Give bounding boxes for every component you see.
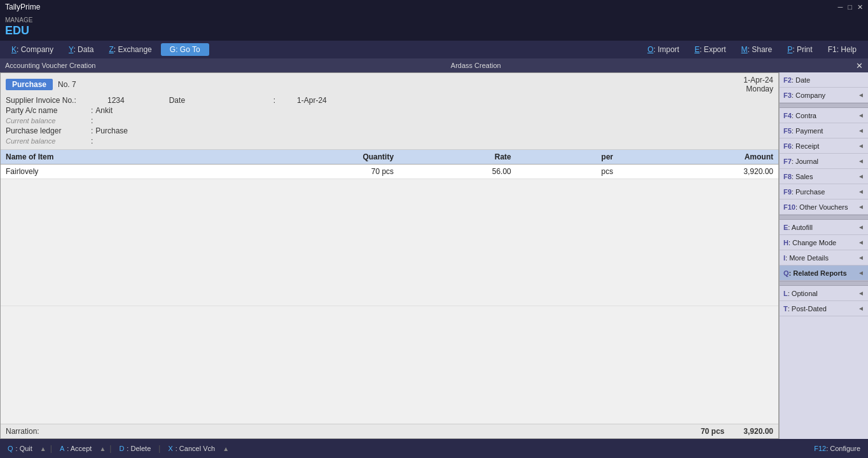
sub-header-title: Accounting Voucher Creation <box>5 62 95 69</box>
item-per: pcs <box>516 165 619 179</box>
sidebar-sep-3 <box>780 281 868 286</box>
narration-label: Narration: <box>6 427 57 436</box>
sidebar-btn-f8[interactable]: F8: Sales ◄ <box>780 169 868 184</box>
col-rate: Rate <box>399 150 516 165</box>
narration-total-qty: 70 pcs <box>701 427 724 436</box>
sidebar-btn-f4[interactable]: F4: Contra ◄ <box>780 108 868 123</box>
main-layout: Purchase No. 7 1-Apr-24 Monday Supplier … <box>0 72 868 439</box>
item-amount: 3,920.00 <box>618 165 778 179</box>
sidebar-btn-f7[interactable]: F7: Journal ◄ <box>780 154 868 169</box>
party-label: Party A/c name <box>6 106 88 115</box>
party-row: Party A/c name : Ankit <box>6 106 773 115</box>
sidebar-btn-f10[interactable]: F10: Other Vouchers ◄ <box>780 199 868 215</box>
sidebar-btn-f9[interactable]: F9: Purchase ◄ <box>780 184 868 199</box>
close-button[interactable]: ✕ <box>857 3 863 11</box>
col-per: per <box>516 150 619 165</box>
sub-header-close[interactable]: ✕ <box>856 61 863 71</box>
empty-row <box>1 179 778 306</box>
supplier-invoice-label: Supplier Invoice No.: <box>6 96 88 105</box>
right-sidebar: F2: Date F3: Company ◄ F4: Contra ◄ F5: … <box>779 72 868 439</box>
table-row[interactable]: Fairlovely 70 pcs 56.00 pcs 3,920.00 <box>1 165 778 179</box>
bottom-quit[interactable]: Q: Quit <box>3 443 38 454</box>
date-label: Date <box>169 96 252 105</box>
goto-button[interactable]: G: Go To <box>161 43 209 56</box>
sidebar-btn-related-reports[interactable]: Q: Related Reports ◄ <box>780 266 868 281</box>
narration-row: Narration: 70 pcs 3,920.00 <box>1 424 778 438</box>
voucher-no-label: No. <box>58 80 70 89</box>
sidebar-btn-moredetails[interactable]: I: More Details ◄ <box>780 250 868 266</box>
party-value[interactable]: Ankit <box>95 106 113 115</box>
col-quantity: Quantity <box>234 150 399 165</box>
supplier-row: Supplier Invoice No.: 1234 Date : 1-Apr-… <box>6 96 773 105</box>
current-balance-label: Current balance <box>6 117 88 125</box>
sidebar-btn-autofill[interactable]: E: Autofill ◄ <box>780 220 868 235</box>
bottom-bar: Q: Quit ▲ | A: Accept ▲ | D: Delete | X:… <box>0 439 868 458</box>
sidebar-sep-2 <box>780 215 868 220</box>
sub-header: Accounting Voucher Creation Ardass Creat… <box>0 58 868 72</box>
item-quantity: 70 pcs <box>234 165 399 179</box>
menu-import[interactable]: O: Import <box>641 44 685 55</box>
bottom-delete[interactable]: D: Delete <box>114 443 156 454</box>
col-amount: Amount <box>618 150 778 165</box>
content-area: Purchase No. 7 1-Apr-24 Monday Supplier … <box>0 72 779 439</box>
date-value[interactable]: 1-Apr-24 <box>297 96 327 105</box>
sidebar-btn-optional[interactable]: L: Optional ◄ <box>780 286 868 301</box>
scroll-1: ▲ <box>39 445 48 452</box>
voucher-title-row: Purchase No. 7 1-Apr-24 Monday <box>6 76 773 93</box>
col-name: Name of Item <box>1 150 234 165</box>
item-rate: 56.00 <box>399 165 516 179</box>
app-logo: MANAGE EDU <box>5 17 56 38</box>
narration-totals: 70 pcs 3,920.00 <box>701 427 773 436</box>
items-table-area: Name of Item Quantity Rate per Amount Fa… <box>1 150 778 424</box>
table-header-row: Name of Item Quantity Rate per Amount <box>1 150 778 165</box>
menu-company[interactable]: K: Company <box>5 44 60 55</box>
title-bar-left: TallyPrime <box>5 3 40 11</box>
menu-help[interactable]: F1: Help <box>822 44 863 55</box>
maximize-button[interactable]: □ <box>848 3 852 11</box>
manage-label: MANAGE <box>5 17 50 24</box>
purchase-ledger-label: Purchase ledger <box>6 126 88 135</box>
app-brand: EDU <box>5 24 56 38</box>
sidebar-btn-postdated[interactable]: T: Post-Dated ◄ <box>780 301 868 316</box>
current-balance-row: Current balance : <box>6 116 773 125</box>
voucher-type-badge: Purchase <box>6 79 53 90</box>
title-bar: TallyPrime ─ □ ✕ <box>0 0 868 14</box>
minimize-button[interactable]: ─ <box>838 3 843 11</box>
supplier-invoice-value[interactable]: 1234 <box>107 96 125 105</box>
menu-exchange[interactable]: Z: Exchange <box>102 44 158 55</box>
voucher-date-right: 1-Apr-24 Monday <box>743 76 773 93</box>
menu-print[interactable]: P: Print <box>781 44 818 55</box>
voucher-date: 1-Apr-24 <box>743 76 773 84</box>
voucher-type-row: Purchase No. 7 <box>6 79 76 90</box>
scroll-3: ▲ <box>221 445 230 452</box>
bottom-accept[interactable]: A: Accept <box>55 443 97 454</box>
sidebar-btn-f3[interactable]: F3: Company ◄ <box>780 88 868 103</box>
sidebar-sep-1 <box>780 103 868 108</box>
title-bar-controls: ─ □ ✕ <box>838 3 863 11</box>
purchase-ledger-value[interactable]: Purchase <box>95 126 128 135</box>
item-name: Fairlovely <box>1 165 234 179</box>
app-title: TallyPrime <box>5 3 40 11</box>
date-colon: : <box>273 96 275 105</box>
sub-header-center: Ardass Creation <box>451 62 501 69</box>
items-table: Name of Item Quantity Rate per Amount Fa… <box>1 150 778 306</box>
menu-bar: K: Company Y: Data Z: Exchange G: Go To … <box>0 41 868 58</box>
bottom-configure[interactable]: F12: Configure <box>809 443 865 454</box>
purchase-current-balance-row: Current balance : <box>6 137 773 145</box>
scroll-2: ▲ <box>98 445 107 452</box>
voucher-no-value: 7 <box>72 80 76 89</box>
sidebar-btn-f5[interactable]: F5: Payment ◄ <box>780 123 868 138</box>
sidebar-btn-changemode[interactable]: H: Change Mode ◄ <box>780 235 868 250</box>
purchase-ledger-row: Purchase ledger : Purchase <box>6 126 773 135</box>
voucher-header: Purchase No. 7 1-Apr-24 Monday Supplier … <box>1 73 778 150</box>
menu-share[interactable]: M: Share <box>735 44 779 55</box>
menu-data[interactable]: Y: Data <box>62 44 100 55</box>
purchase-current-balance-label: Current balance <box>6 137 88 145</box>
sidebar-btn-f2[interactable]: F2: Date <box>780 72 868 88</box>
bottom-cancel[interactable]: X: Cancel Vch <box>163 443 220 454</box>
voucher-day: Monday <box>746 84 773 93</box>
narration-total-amount: 3,920.00 <box>743 427 773 436</box>
app-header: MANAGE EDU <box>0 14 868 41</box>
menu-export[interactable]: E: Export <box>688 44 732 55</box>
sidebar-btn-f6[interactable]: F6: Receipt ◄ <box>780 138 868 154</box>
